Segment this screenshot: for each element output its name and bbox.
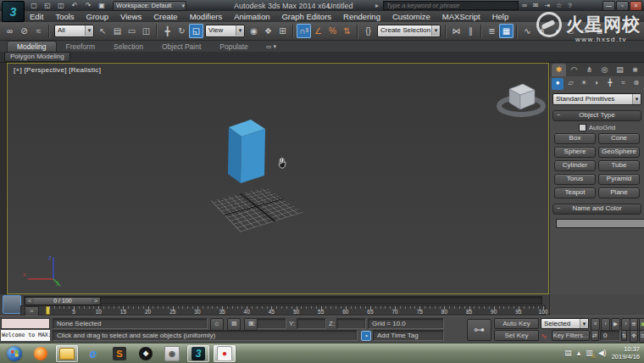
ribbon-tab[interactable]: Freeform (57, 42, 104, 52)
new-file-icon[interactable]: ▢ (28, 1, 40, 10)
angle-snap-icon[interactable]: ∠ (311, 24, 325, 38)
lights-category-icon[interactable]: ☀ (578, 78, 590, 90)
sublime-app[interactable]: S (108, 345, 130, 362)
maxscript-mini-listener[interactable]: Welcome to MAX: (1, 330, 50, 341)
zoom-button[interactable]: ⊕ (630, 318, 638, 331)
selection-set-key-dropdown[interactable]: Selected (541, 318, 589, 329)
align-icon[interactable]: ∥ (464, 24, 478, 38)
frame-spinner[interactable]: ⇅ (621, 330, 627, 341)
show-hidden-icons-button[interactable]: ▴ (577, 349, 581, 357)
auto-key-button[interactable]: Auto Key (494, 318, 539, 329)
time-tag-icon[interactable]: ◔ (361, 331, 371, 341)
snaps-toggle-icon[interactable]: ∩³ (297, 24, 311, 38)
named-selection-sets-icon[interactable]: {} (361, 24, 375, 38)
viewport-label[interactable]: [+] [Perspective] [Realistic] (14, 66, 101, 74)
rendered-frame-icon[interactable]: ▭ (578, 24, 592, 38)
menu-item[interactable]: Rendering (337, 12, 386, 21)
modify-tab[interactable]: ◠ (567, 64, 581, 76)
select-and-move-icon[interactable]: ╋ (160, 24, 175, 38)
zoom-extents-button[interactable]: ▣ (639, 318, 644, 331)
menu-item[interactable]: Tools (49, 12, 80, 21)
object-type-button[interactable]: Torus (554, 174, 596, 185)
input-language-icon[interactable]: ▤ (564, 349, 572, 357)
object-type-button[interactable]: Pyramid (598, 174, 640, 185)
object-type-button[interactable]: Box (554, 133, 596, 144)
undo-icon[interactable]: ↶ (69, 1, 80, 10)
sign-in-icon[interactable]: ⇥ (544, 2, 550, 9)
use-pivot-center-icon[interactable]: ◉ (247, 24, 261, 38)
project-folder-icon[interactable]: ▣ (96, 1, 108, 10)
render-setup-icon[interactable]: ♨ (564, 24, 578, 38)
select-and-link-icon[interactable]: ∞ (3, 24, 17, 38)
network-icon[interactable]: ▥⚠ (586, 349, 593, 357)
recorder-app[interactable]: ● (214, 345, 236, 362)
object-type-button[interactable]: Cylinder (554, 160, 596, 171)
minimize-button[interactable]: — (602, 1, 615, 11)
ribbon-display-toggle-icon[interactable]: ▭ ▾ (266, 43, 276, 52)
ribbon-tab[interactable]: Modeling (7, 41, 57, 52)
key-filters-button[interactable]: Key Filters... (552, 330, 590, 341)
perspective-viewport[interactable]: [+] [Perspective] [Realistic] x z y (7, 63, 549, 294)
cameras-category-icon[interactable]: ◗ (591, 78, 602, 90)
redo-icon[interactable]: ↷ (82, 1, 94, 10)
select-and-rotate-icon[interactable]: ↻ (175, 24, 189, 38)
object-type-button[interactable]: Tube (598, 160, 640, 171)
open-file-icon[interactable]: ◱ (42, 1, 53, 10)
shapes-category-icon[interactable]: ▱ (564, 78, 576, 90)
material-editor-icon[interactable]: ◑ (549, 24, 564, 38)
object-name-field[interactable] (556, 219, 644, 228)
primitives-dropdown[interactable]: Standard Primitives (552, 93, 641, 105)
view-cube[interactable] (492, 77, 548, 120)
time-slider-handle[interactable]: < 0 / 100 > (25, 297, 101, 305)
current-frame-field[interactable]: 0 (600, 330, 620, 341)
add-time-tag[interactable]: Add Time Tag (373, 330, 444, 341)
menu-item[interactable]: Modifiers (184, 12, 229, 21)
render-production-icon[interactable]: ◙ (592, 24, 607, 38)
object-type-button[interactable]: Teapot (554, 187, 596, 198)
set-key-button[interactable]: Set Key (494, 330, 539, 341)
ribbon-tab[interactable]: Object Paint (153, 42, 210, 52)
menu-item[interactable]: Create (147, 12, 184, 21)
search-input[interactable] (383, 1, 519, 10)
hierarchy-tab[interactable]: ⋔ (582, 64, 597, 76)
object-type-button[interactable]: Sphere (554, 147, 596, 158)
go-to-start-button[interactable]: « (591, 318, 600, 331)
play-button[interactable]: ▶ (611, 318, 620, 331)
unity-app[interactable]: ◆ (135, 345, 157, 362)
reference-coordinate-dropdown[interactable]: View (205, 25, 245, 37)
workspace-dropdown[interactable]: Workspace: Default (113, 1, 186, 11)
coord-z-field[interactable] (336, 318, 366, 329)
polygon-modeling-tab[interactable]: Polygon Modeling (4, 52, 70, 62)
object-type-button[interactable]: Plane (598, 187, 640, 198)
pan-button[interactable]: ✥ (630, 330, 638, 343)
selection-filter-dropdown[interactable]: All (54, 25, 94, 37)
max-app[interactable]: 3 (187, 345, 209, 362)
help-icon[interactable]: ? (568, 2, 571, 9)
object-type-button[interactable]: Cone (598, 133, 640, 144)
mirror-icon[interactable]: ⋈ (449, 24, 464, 38)
select-object-icon[interactable]: ↖ (96, 24, 110, 38)
systems-category-icon[interactable]: ⊛ (630, 78, 642, 90)
menu-item[interactable]: Graph Editors (275, 12, 337, 21)
autogrid-checkbox[interactable] (579, 124, 586, 131)
capture-app[interactable]: ◉ (161, 345, 183, 362)
selection-lock-icon[interactable]: ⊠ (227, 318, 241, 331)
selection-region-icon[interactable]: ▭ (125, 24, 139, 38)
previous-frame-button[interactable]: ‹ (601, 318, 610, 331)
ribbon-tab[interactable]: Selection (104, 42, 153, 52)
object-type-button[interactable]: GeoSphere (598, 147, 640, 158)
helpers-category-icon[interactable]: ╋ (604, 78, 616, 90)
select-and-scale-icon[interactable]: ◱ (189, 24, 203, 38)
isolate-selection-icon[interactable]: ☼ (210, 318, 224, 331)
unlink-selection-icon[interactable]: ⊘ (17, 24, 31, 38)
viewport-layout-tab[interactable] (3, 295, 21, 314)
coord-y-field[interactable] (297, 318, 326, 329)
menu-item[interactable]: Help (486, 12, 515, 21)
menu-item[interactable]: MAXScript (436, 12, 486, 21)
select-and-manipulate-icon[interactable]: ❖ (261, 24, 275, 38)
toggle-set-key-mode-button[interactable]: ⊶ (467, 319, 491, 341)
ie-app[interactable]: e (82, 345, 104, 362)
time-slider[interactable]: < 0 / 100 > (24, 296, 542, 304)
geometry-category-icon[interactable]: ● (552, 78, 564, 90)
curve-editor-icon[interactable]: ∿ (520, 24, 535, 38)
